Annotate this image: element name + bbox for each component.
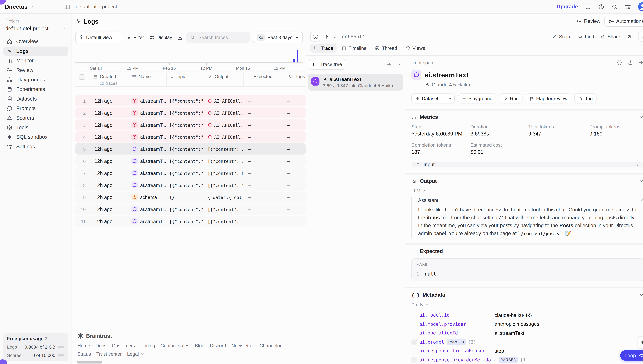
footer-link-blog[interactable]: Blog [195, 343, 204, 348]
playground-button[interactable]: Playground [458, 94, 496, 104]
footer-link-docs[interactable]: Docs [96, 343, 106, 348]
tab-thread[interactable]: Thread [371, 44, 400, 53]
automations-button[interactable]: Automations [604, 16, 643, 26]
table-row[interactable]: 512h agoai.streamT...[{"content":" ...[{… [75, 143, 306, 154]
export-button[interactable] [176, 35, 183, 40]
footer-link-newsletter[interactable]: Newsletter [232, 343, 254, 348]
metadata-section-header[interactable]: { } Metadata [411, 292, 643, 298]
sidebar-item-experiments[interactable]: Experiments [3, 85, 68, 94]
metadata-row[interactable]: ai.promptPARSED{2} [411, 338, 643, 346]
output-section-header[interactable]: Output [411, 178, 643, 184]
metadata-row[interactable]: ai.response.providerMetadataPARSED{1} [411, 356, 643, 364]
sidebar-item-monitor[interactable]: Monitor [3, 56, 68, 65]
horizontal-scrollbar[interactable] [76, 361, 303, 364]
footer-link-pricing[interactable]: Pricing [140, 343, 155, 348]
loop-button[interactable]: Loop [620, 350, 643, 361]
table-row[interactable]: 912h agoschema{}{"data":{"col...–– [75, 192, 306, 203]
yaml-format-select[interactable]: YAML [416, 262, 639, 267]
footer-link-legal[interactable]: Legal [127, 352, 144, 356]
expand-chevron-icon[interactable] [411, 339, 417, 345]
footer-link-status[interactable]: Status [77, 352, 91, 356]
sidebar-item-datasets[interactable]: Datasets [3, 94, 68, 104]
header-cell-name[interactable]: Name [128, 73, 166, 86]
org-switcher[interactable]: Directus [5, 4, 72, 10]
table-row[interactable]: 712h agoai.streamT...[{"content":" ...[{… [75, 168, 306, 179]
button-main[interactable]: Dataset [412, 94, 442, 103]
footer-link-home[interactable]: Home [77, 343, 90, 348]
sidebar-item-prompts[interactable]: Prompts [3, 104, 68, 113]
docs-icon[interactable] [585, 4, 591, 10]
expand-fullscreen-button[interactable] [310, 32, 320, 42]
sidebar-item-playgrounds[interactable]: Playgrounds [3, 75, 68, 84]
sidebar-item-overview[interactable]: Overview [3, 37, 68, 46]
avatar[interactable] [638, 2, 643, 11]
collapse-icon[interactable] [638, 60, 643, 65]
sidebar-item-logs[interactable]: Logs [3, 46, 68, 56]
open-external-button[interactable] [626, 34, 632, 39]
next-trace-button[interactable] [332, 34, 338, 39]
trace-tree-select[interactable]: Trace tree [309, 59, 346, 70]
footer-link-customers[interactable]: Customers [112, 343, 135, 348]
search-traces-box[interactable] [186, 32, 250, 43]
header-cell-expected[interactable]: Expected [243, 73, 282, 86]
search-traces-input[interactable] [197, 34, 246, 40]
footer-link-changelog[interactable]: Changelog [259, 343, 283, 348]
table-row[interactable]: 812h agoai.streamT...[{"content":" ...[{… [75, 180, 306, 190]
flag-for-review-button[interactable]: Flag for review [526, 94, 571, 104]
sidebar-item-sql-sandbox[interactable]: SQL sandbox [3, 132, 68, 142]
kebab-menu-icon[interactable] [397, 62, 402, 67]
help-icon[interactable] [598, 4, 604, 10]
header-cell-tags[interactable]: Tags [282, 73, 306, 86]
expand-chevron-icon[interactable] [411, 357, 417, 362]
metadata-row[interactable]: ai.model.idclaude-haiku-4-5 [411, 311, 643, 320]
trace-tree-node[interactable]: ai.streamText 3.69s, 9,347 tok, Claude 4… [308, 74, 403, 90]
table-row[interactable]: 1112h agoai.streamT...[{"content":" ...[… [75, 216, 306, 227]
table-row[interactable]: 412h agoai.streamT...[{"content":" ...AI… [75, 131, 306, 142]
close-icon[interactable] [638, 32, 643, 42]
trace-histogram[interactable]: Sat 1412 PMFeb 1512 PMMon 1612 PM [75, 46, 303, 70]
date-range-select[interactable]: 3d Past 3 days [253, 32, 303, 43]
output-format-select[interactable]: LLM [411, 188, 643, 193]
header-cell-created[interactable]: Created11 traces [89, 73, 128, 86]
header-cell-input[interactable]: Input [166, 73, 205, 86]
sidebar-toggle-button[interactable] [64, 4, 70, 10]
metadata-row[interactable]: ai.operationIdai.streamText [411, 329, 643, 338]
table-row[interactable]: 112h agoai.streamT...[{"content":" ...AI… [75, 95, 306, 106]
assistant-header[interactable]: Assistant [418, 197, 643, 203]
outline-button[interactable] [638, 336, 643, 348]
metadata-row[interactable]: ai.model.provideranthropic.messages [411, 320, 643, 329]
usage-card[interactable]: Free plan usage Logs0.0004 of 1 GBScores… [3, 333, 68, 361]
header-cell-output[interactable]: Output [204, 73, 243, 86]
project-select[interactable]: default-otel-project [6, 26, 66, 32]
metrics-section-header[interactable]: Metrics [411, 114, 643, 120]
expected-section-header[interactable]: Expected [411, 248, 643, 254]
review-button[interactable]: Review [576, 18, 600, 24]
metadata-row[interactable]: ai.response.finishReasonstop [411, 346, 643, 356]
tab-views[interactable]: Views [402, 44, 428, 53]
run-button[interactable]: Run [500, 94, 522, 104]
share-button[interactable]: Share [600, 34, 620, 39]
table-row[interactable]: 212h agoai.streamT...[{"content":" ...AI… [75, 107, 306, 118]
sidebar-item-tools[interactable]: Tools [3, 123, 68, 132]
table-row[interactable]: 612h agoai.streamT...[{"content":" ...[{… [75, 156, 306, 166]
footer-link-discord[interactable]: Discord [210, 343, 226, 348]
button-more[interactable] [444, 94, 454, 103]
expected-editor[interactable]: YAML 1 null [411, 258, 643, 281]
tab-timeline[interactable]: Timeline [338, 44, 370, 53]
input-collapsed-row[interactable]: Input [411, 162, 643, 167]
tag-button[interactable]: Tag [575, 94, 596, 104]
table-row[interactable]: 1012h agoai.streamT...[{"content":" ...[… [75, 204, 306, 215]
page-menu-button[interactable] [103, 18, 108, 24]
footer-link-trust-center[interactable]: Trust center [96, 352, 122, 356]
metadata-format-select[interactable]: Pretty [411, 302, 643, 307]
view-select[interactable]: Default view [75, 32, 122, 43]
display-button[interactable]: Display [148, 35, 173, 40]
prev-trace-button[interactable] [324, 34, 329, 39]
tab-trace[interactable]: Trace [310, 44, 337, 53]
filter-button[interactable]: Filter [125, 35, 145, 40]
collapse-all-button[interactable] [386, 62, 392, 67]
search-icon[interactable] [611, 4, 618, 10]
settings-icon[interactable] [625, 4, 631, 10]
dataset-button[interactable]: Dataset [411, 94, 455, 104]
find-button[interactable]: Find [578, 34, 594, 39]
